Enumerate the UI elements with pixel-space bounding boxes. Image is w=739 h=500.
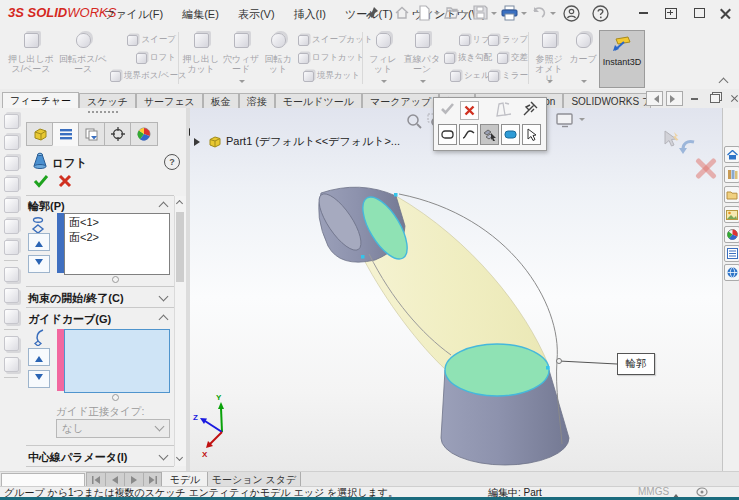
- document-restore-icon[interactable]: [706, 91, 723, 106]
- view-cube-icon[interactable]: [4, 177, 19, 192]
- selection-tool-pointer-button[interactable]: [522, 124, 541, 145]
- cancel-button[interactable]: [58, 174, 72, 188]
- unit-system[interactable]: MMGS: [638, 486, 669, 497]
- profile-callout[interactable]: 輪郭: [617, 353, 655, 375]
- scroll-down-icon[interactable]: [176, 454, 183, 461]
- help-button[interactable]: [592, 5, 609, 23]
- fillet-caret[interactable]: [381, 80, 387, 86]
- document-close-icon[interactable]: [726, 91, 739, 106]
- solidworks-forum-icon[interactable]: [724, 264, 739, 281]
- save-button[interactable]: [473, 5, 488, 23]
- instant3d-button[interactable]: Instant3D: [599, 30, 645, 88]
- selection-tool-solid-button[interactable]: [501, 124, 520, 145]
- user-account-button[interactable]: [563, 5, 580, 23]
- new-dropdown-caret[interactable]: [434, 12, 440, 18]
- view-cube-icon[interactable]: [4, 135, 19, 150]
- custom-properties-icon[interactable]: [724, 245, 739, 262]
- tab-sketch[interactable]: スケッチ: [79, 93, 136, 109]
- layered-view-icon[interactable]: [4, 357, 19, 372]
- tab-features[interactable]: フィーチャー: [2, 92, 79, 109]
- ok-button[interactable]: [33, 174, 49, 188]
- start-end-section-header[interactable]: 拘束の開始/終了(C): [22, 291, 192, 306]
- list-item[interactable]: 面<1>: [65, 214, 169, 230]
- sweep-button[interactable]: スイープ: [110, 31, 176, 49]
- listbox-resize-grip[interactable]: [112, 394, 119, 401]
- undo-selection-icon[interactable]: [679, 139, 697, 154]
- reference-geometry-button[interactable]: 参照ジオメトリ: [531, 30, 567, 86]
- panel-grip[interactable]: [88, 111, 118, 113]
- panel-scrollbar[interactable]: [174, 196, 186, 466]
- edit-view-icon[interactable]: [4, 288, 19, 303]
- rib-button[interactable]: リブ: [444, 31, 490, 49]
- featuremanager-tree-tab[interactable]: [26, 122, 54, 146]
- select-view-icon[interactable]: [4, 267, 19, 282]
- connector-handle[interactable]: [546, 366, 550, 370]
- move-profile-up-button[interactable]: [28, 233, 50, 251]
- window-minimize-button[interactable]: [632, 4, 654, 22]
- undo-dropdown-caret[interactable]: [550, 12, 556, 18]
- selected-face-2[interactable]: [445, 344, 549, 396]
- print-dropdown-caret[interactable]: [521, 12, 527, 18]
- window-close-button[interactable]: [714, 4, 736, 22]
- connector-handle[interactable]: [394, 193, 398, 197]
- scrollbar-thumb[interactable]: [176, 212, 184, 282]
- new-document-button[interactable]: [418, 5, 431, 23]
- display-settings-icon[interactable]: [4, 309, 19, 324]
- mirror-button[interactable]: ミラー: [488, 67, 528, 85]
- linear-pattern-caret[interactable]: [420, 80, 426, 86]
- layered-view-icon[interactable]: [4, 336, 19, 351]
- display-manager-tab[interactable]: [130, 122, 158, 146]
- window-expand-button[interactable]: [660, 4, 682, 22]
- guide-tangency-dropdown[interactable]: なし: [56, 419, 170, 438]
- tag-icon[interactable]: [696, 487, 709, 497]
- selection-tool-rectangle-button[interactable]: [438, 124, 457, 145]
- menu-file[interactable]: ファイル(F): [96, 6, 171, 23]
- dimxpert-manager-tab[interactable]: [104, 122, 132, 146]
- revolve-boss-button[interactable]: 回転ボス/ベース: [58, 30, 108, 86]
- boundary-boss-button[interactable]: 境界ボス/ベース: [110, 67, 176, 85]
- pin-menubar-icon[interactable]: [366, 5, 380, 23]
- tab-mold-tools[interactable]: モールドツール: [275, 93, 362, 109]
- tab-weldments[interactable]: 溶接: [239, 93, 275, 109]
- guide-curves-listbox[interactable]: [64, 329, 170, 393]
- fillet-button[interactable]: フィレット: [366, 30, 400, 86]
- menu-view[interactable]: 表示(V): [230, 6, 283, 23]
- extrude-cut-button[interactable]: 押し出しカット: [182, 30, 220, 86]
- curves-button[interactable]: カーブ: [569, 30, 597, 86]
- file-explorer-icon[interactable]: [724, 186, 739, 203]
- open-document-button[interactable]: [444, 5, 461, 23]
- popup-ok-icon[interactable]: [440, 102, 455, 115]
- move-profile-down-button[interactable]: [28, 255, 50, 273]
- property-manager-tab[interactable]: [52, 122, 80, 146]
- hole-wizard-button[interactable]: 穴ウィザード: [222, 30, 260, 86]
- save-dropdown-caret[interactable]: [491, 12, 497, 18]
- tab-markup[interactable]: マークアップ: [362, 93, 439, 109]
- scroll-up-icon[interactable]: [176, 200, 183, 207]
- shell-button[interactable]: シェル: [444, 67, 490, 85]
- loft-button[interactable]: ロフト: [110, 49, 176, 67]
- intersect-button[interactable]: 交差: [488, 49, 528, 67]
- view-palette-icon[interactable]: [724, 206, 739, 223]
- scroll-tabs-right-icon[interactable]: [666, 91, 683, 106]
- tab-surface[interactable]: サーフェス: [136, 93, 203, 109]
- draft-button[interactable]: 抜き勾配: [444, 49, 490, 67]
- home-button[interactable]: [394, 5, 410, 23]
- open-dropdown-caret[interactable]: [463, 12, 469, 18]
- linear-pattern-button[interactable]: 直線パターン: [402, 30, 442, 86]
- extrude-boss-button[interactable]: 押し出しボス/ベース: [6, 30, 56, 86]
- graphics-area[interactable]: Part1 (デフォルト<<デフォルト>...: [190, 108, 722, 472]
- callout-anchor[interactable]: [557, 359, 562, 364]
- wrap-button[interactable]: ラップ: [488, 31, 528, 49]
- scroll-tabs-left-icon[interactable]: [646, 91, 663, 106]
- reference-geometry-caret[interactable]: [547, 80, 553, 86]
- move-guide-down-button[interactable]: [28, 370, 50, 388]
- design-library-icon[interactable]: [724, 166, 739, 183]
- print-button[interactable]: [501, 5, 518, 23]
- popup-pin-icon[interactable]: [522, 101, 538, 117]
- move-guide-up-button[interactable]: [28, 348, 50, 366]
- tab-solidworks-addins[interactable]: SOLIDWORKS アドイン: [563, 93, 651, 109]
- popup-cancel-icon[interactable]: [460, 101, 479, 120]
- home-tab-icon[interactable]: [724, 146, 739, 163]
- cancel-command-icon[interactable]: [692, 154, 720, 182]
- configuration-manager-tab[interactable]: [78, 122, 106, 146]
